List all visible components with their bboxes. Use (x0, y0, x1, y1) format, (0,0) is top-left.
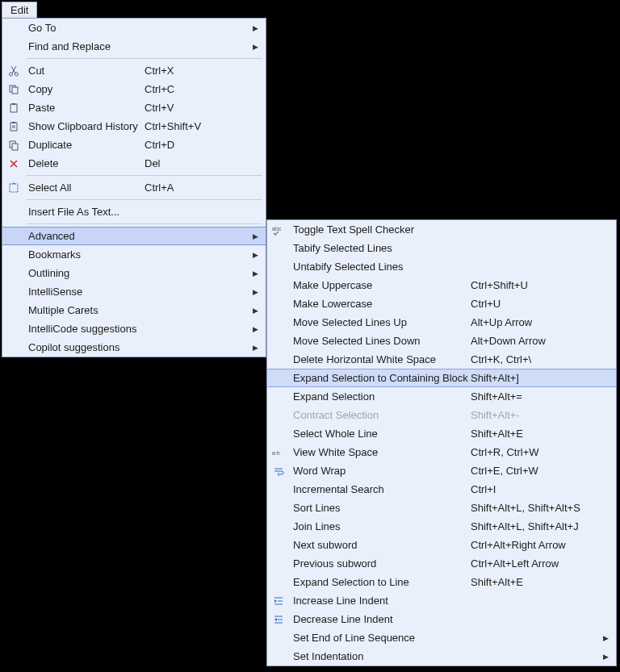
menu-item-copy[interactable]: CopyCtrl+C (2, 80, 266, 98)
label-bookmarks: Bookmarks (25, 248, 145, 261)
svg-rect-5 (12, 103, 15, 105)
submenu-arrow-icon: ▶ (249, 307, 261, 315)
label-copy: Copy (25, 83, 145, 95)
shortcut-join: Shift+Alt+L, Shift+Alt+J (471, 520, 600, 532)
label-join: Join Lines (290, 520, 471, 532)
menu-item-goto[interactable]: Go To▶ (2, 19, 266, 37)
label-paste: Paste (25, 102, 145, 114)
menu-item-join-lines[interactable]: Join LinesShift+Alt+L, Shift+Alt+J (267, 517, 616, 536)
shortcut-nextsub: Ctrl+Alt+Right Arrow (471, 539, 600, 551)
shortcut-cliphist: Ctrl+Shift+V (145, 120, 249, 132)
menu-item-paste[interactable]: PasteCtrl+V (2, 98, 266, 117)
separator (27, 58, 262, 59)
svg-rect-10 (10, 184, 18, 192)
shortcut-dup: Ctrl+D (145, 139, 249, 151)
menu-item-next-subword[interactable]: Next subwordCtrl+Alt+Right Arrow (267, 536, 616, 554)
svg-point-1 (15, 73, 19, 76)
cut-icon (2, 65, 25, 77)
submenu-arrow-icon: ▶ (249, 344, 261, 352)
label-advanced: Advanced (25, 230, 145, 242)
shortcut-expsel: Shift+Alt+= (471, 390, 600, 403)
menu-item-duplicate[interactable]: DuplicateCtrl+D (2, 136, 266, 154)
shortcut-expblock: Shift+Alt+] (471, 372, 600, 384)
menu-item-increase-indent[interactable]: Increase Line Indent (267, 591, 616, 610)
menu-item-select-line[interactable]: Select Whole LineShift+Alt+E (267, 424, 616, 443)
menu-item-word-wrap[interactable]: Word WrapCtrl+E, Ctrl+W (267, 461, 616, 480)
svg-text:abc: abc (272, 226, 282, 232)
submenu-arrow-icon: ▶ (249, 232, 261, 240)
submenu-arrow-icon: ▶ (600, 653, 611, 661)
shortcut-sort: Shift+Alt+L, Shift+Alt+S (471, 502, 600, 514)
separator (27, 175, 262, 176)
label-prevsub: Previous subword (290, 557, 471, 570)
label-indent: Set Indentation (290, 650, 471, 662)
svg-rect-9 (12, 144, 18, 150)
label-sort: Sort Lines (290, 502, 471, 514)
label-lower: Make Lowercase (290, 298, 471, 310)
label-selline: Select Whole Line (290, 428, 471, 440)
label-eol: Set End of Line Sequence (290, 632, 471, 644)
menu-item-prev-subword[interactable]: Previous subwordCtrl+Alt+Left Arrow (267, 554, 616, 573)
menu-item-cut[interactable]: CutCtrl+X (2, 61, 266, 80)
menu-item-spell-checker[interactable]: abc Toggle Text Spell Checker (267, 220, 616, 239)
menu-item-untabify[interactable]: Untabify Selected Lines (267, 257, 616, 276)
submenu-arrow-icon: ▶ (249, 269, 261, 278)
menu-item-view-whitespace[interactable]: a·b View White SpaceCtrl+R, Ctrl+W (267, 443, 616, 461)
menu-item-clipboard-history[interactable]: Show Clipboard HistoryCtrl+Shift+V (2, 117, 266, 136)
menu-item-copilot[interactable]: Copilot suggestions▶ (2, 338, 266, 357)
label-goto: Go To (25, 22, 145, 34)
menu-item-expand-line[interactable]: Expand Selection to LineShift+Alt+E (267, 573, 616, 591)
label-spell: Toggle Text Spell Checker (290, 223, 471, 236)
clipboard-history-icon (2, 121, 25, 132)
menu-item-tabify[interactable]: Tabify Selected Lines (267, 239, 616, 257)
spell-check-icon: abc (267, 224, 290, 236)
menu-item-intellisense[interactable]: IntelliSense▶ (2, 282, 266, 301)
submenu-arrow-icon: ▶ (249, 43, 261, 51)
submenu-arrow-icon: ▶ (600, 634, 611, 642)
label-expblock: Expand Selection to Containing Block (290, 372, 471, 384)
advanced-submenu: abc Toggle Text Spell Checker Tabify Sel… (266, 219, 617, 666)
menu-item-decrease-indent[interactable]: Decrease Line Indent (267, 610, 616, 628)
menu-item-uppercase[interactable]: Make UppercaseCtrl+Shift+U (267, 276, 616, 294)
menu-item-expand-block[interactable]: Expand Selection to Containing BlockShif… (267, 369, 616, 387)
menu-item-eol-sequence[interactable]: Set End of Line Sequence▶ (267, 628, 616, 647)
menu-item-bookmarks[interactable]: Bookmarks▶ (2, 245, 266, 264)
shortcut-incsearch: Ctrl+I (471, 483, 600, 495)
label-insfile: Insert File As Text... (25, 206, 145, 218)
label-intellicode: IntelliCode suggestions (25, 323, 145, 335)
menu-item-intellicode[interactable]: IntelliCode suggestions▶ (2, 319, 266, 338)
submenu-arrow-icon: ▶ (249, 251, 261, 259)
menu-item-incremental-search[interactable]: Incremental SearchCtrl+I (267, 480, 616, 499)
menu-item-find-replace[interactable]: Find and Replace▶ (2, 37, 266, 56)
menu-item-delete-hws[interactable]: Delete Horizontal White SpaceCtrl+K, Ctr… (267, 350, 616, 369)
label-expsel: Expand Selection (290, 390, 471, 403)
label-delhw: Delete Horizontal White Space (290, 353, 471, 365)
shortcut-del: Del (145, 157, 249, 169)
menu-item-insert-file[interactable]: Insert File As Text... (2, 202, 266, 221)
menu-title-tab[interactable]: Edit (2, 2, 37, 19)
menu-item-set-indentation[interactable]: Set Indentation▶ (267, 647, 616, 666)
shortcut-selall: Ctrl+A (145, 182, 249, 194)
svg-rect-7 (12, 122, 15, 123)
label-contract: Contract Selection (290, 409, 471, 421)
label-nextsub: Next subword (290, 539, 471, 551)
label-viewws: View White Space (290, 446, 471, 458)
menu-item-delete[interactable]: DeleteDel (2, 154, 266, 173)
menu-item-multiple-carets[interactable]: Multiple Carets▶ (2, 301, 266, 319)
submenu-arrow-icon: ▶ (249, 325, 261, 333)
menu-item-lowercase[interactable]: Make LowercaseCtrl+U (267, 294, 616, 313)
menu-item-expand-selection[interactable]: Expand SelectionShift+Alt+= (267, 387, 616, 406)
menu-item-sort-lines[interactable]: Sort LinesShift+Alt+L, Shift+Alt+S (267, 499, 616, 517)
shortcut-cut: Ctrl+X (145, 65, 249, 77)
menu-item-move-up[interactable]: Move Selected Lines UpAlt+Up Arrow (267, 313, 616, 332)
svg-point-0 (10, 73, 13, 76)
menu-item-select-all[interactable]: Select AllCtrl+A (2, 178, 266, 197)
separator (27, 199, 262, 200)
menu-item-advanced[interactable]: Advanced▶ (2, 227, 266, 245)
edit-menu: Go To▶ Find and Replace▶ CutCtrl+X CopyC… (2, 18, 266, 357)
delete-icon (2, 158, 25, 169)
menu-item-outlining[interactable]: Outlining▶ (2, 264, 266, 282)
label-cliphist: Show Clipboard History (25, 120, 145, 132)
menu-item-move-down[interactable]: Move Selected Lines DownAlt+Down Arrow (267, 332, 616, 350)
label-incsearch: Incremental Search (290, 483, 471, 495)
